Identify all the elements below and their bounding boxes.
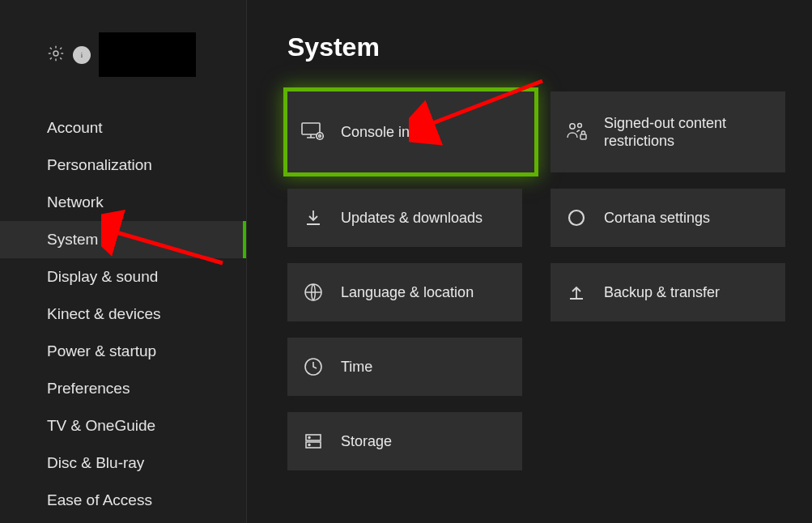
tile-storage[interactable]: Storage — [287, 412, 522, 470]
svg-rect-14 — [580, 134, 586, 139]
svg-rect-3 — [302, 123, 320, 134]
clock-icon — [302, 355, 325, 378]
tile-label: Signed-out content restrictions — [604, 114, 771, 151]
tile-updates-downloads[interactable]: Updates & downloads — [287, 189, 522, 247]
sidebar-item-tv-oneguide[interactable]: TV & OneGuide — [0, 407, 246, 444]
sidebar-item-power-startup[interactable]: Power & startup — [0, 333, 246, 370]
profile-area: i — [0, 32, 246, 77]
tile-label: Backup & transfer — [604, 283, 720, 302]
settings-nav: Account Personalization Network System D… — [0, 109, 246, 519]
upload-icon — [565, 281, 588, 304]
sidebar-item-preferences[interactable]: Preferences — [0, 370, 246, 407]
svg-point-15 — [569, 210, 584, 225]
tile-language-location[interactable]: Language & location — [287, 263, 522, 321]
tile-label: Language & location — [341, 283, 474, 302]
tile-label: Console info — [341, 123, 422, 142]
profile-card[interactable] — [99, 32, 196, 77]
sidebar-item-kinect-devices[interactable]: Kinect & devices — [0, 296, 246, 333]
svg-point-13 — [578, 124, 582, 128]
sidebar-item-display-sound[interactable]: Display & sound — [0, 258, 246, 296]
tile-label: Updates & downloads — [341, 209, 483, 227]
svg-point-12 — [570, 124, 575, 129]
tile-label: Time — [341, 358, 372, 376]
main-panel: System Console info — [247, 0, 812, 523]
tile-time[interactable]: Time — [287, 338, 522, 396]
page-title: System — [287, 32, 812, 62]
sidebar-item-account[interactable]: Account — [0, 109, 246, 147]
info-badge-icon[interactable]: i — [73, 46, 91, 64]
console-gear-icon — [302, 121, 325, 143]
globe-icon — [302, 281, 325, 304]
svg-point-11 — [308, 444, 310, 446]
people-lock-icon — [565, 121, 588, 143]
tile-backup-transfer[interactable]: Backup & transfer — [551, 263, 785, 321]
settings-sidebar: i Account Personalization Network System… — [0, 0, 247, 523]
tile-console-info[interactable]: Console info — [287, 91, 534, 172]
download-icon — [302, 206, 325, 229]
gear-icon[interactable] — [47, 45, 65, 66]
tile-signed-out-restrictions[interactable]: Signed-out content restrictions — [551, 91, 785, 172]
sidebar-item-disc-bluray[interactable]: Disc & Blu-ray — [0, 444, 246, 482]
tile-cortana-settings[interactable]: Cortana settings — [551, 189, 785, 247]
tile-label: Storage — [341, 432, 392, 451]
svg-point-10 — [308, 437, 310, 439]
storage-icon — [302, 430, 325, 453]
sidebar-item-network[interactable]: Network — [0, 184, 246, 221]
svg-point-0 — [53, 51, 58, 56]
sidebar-item-ease-of-access[interactable]: Ease of Access — [0, 482, 246, 519]
ring-icon — [565, 206, 588, 229]
sidebar-item-system[interactable]: System — [0, 221, 246, 258]
sidebar-item-personalization[interactable]: Personalization — [0, 147, 246, 184]
tile-label: Cortana settings — [604, 209, 710, 227]
